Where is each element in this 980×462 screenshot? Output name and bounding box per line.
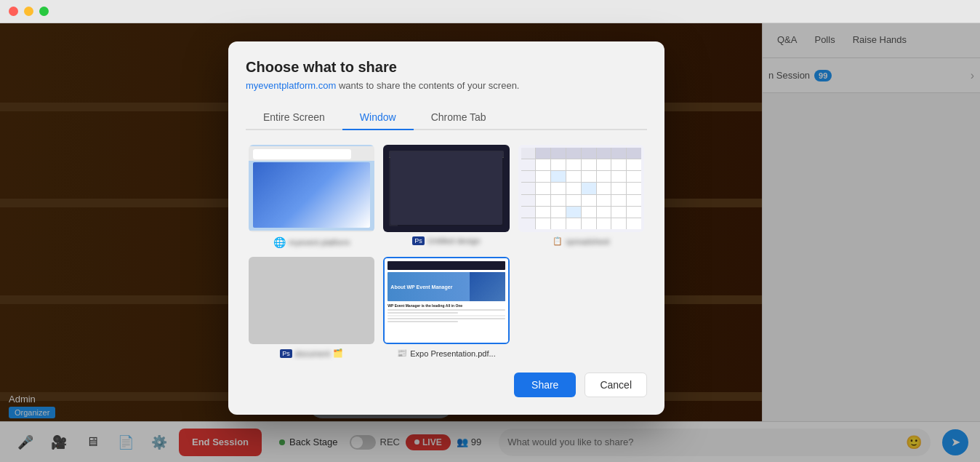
cancel-button[interactable]: Cancel (585, 373, 647, 397)
window-preview-2[interactable] (383, 145, 509, 232)
pdf-icon: 📰 (397, 349, 407, 358)
window-title-3: spreadsheet (566, 237, 610, 246)
window-preview-4[interactable] (249, 257, 374, 344)
pdf-preview-content: About WP Event Manager WP Event Manager … (385, 258, 507, 343)
pdf-blue-bar: About WP Event Manager (387, 272, 505, 301)
window-preview-5[interactable]: About WP Event Manager WP Event Manager … (383, 257, 509, 344)
window-label-3: 📋 spreadsheet (553, 236, 610, 246)
pdf-header (387, 261, 505, 270)
tab-chrome-tab[interactable]: Chrome Tab (414, 105, 504, 130)
modal-footer: Share Cancel (246, 373, 647, 397)
ps-icon: Ps (412, 236, 425, 245)
tab-window[interactable]: Window (342, 105, 414, 130)
window-item-5[interactable]: About WP Event Manager WP Event Manager … (383, 257, 509, 358)
window-title-1: myevent platform (289, 238, 350, 247)
close-button[interactable] (9, 7, 18, 16)
window-item-4[interactable]: Ps document 🗂️ (249, 257, 374, 358)
window-item-3[interactable]: 📋 spreadsheet (518, 145, 644, 248)
modal-subtitle-text: wants to share the contents of your scre… (339, 80, 520, 91)
window-label-1: 🌐 myevent platform (273, 236, 350, 248)
modal-title: Choose what to share (246, 59, 647, 76)
window-label-4: Ps document 🗂️ (280, 349, 343, 358)
pdf-line-3 (387, 318, 505, 319)
modal-overlay[interactable]: Choose what to share myeventplatform.com… (0, 23, 980, 462)
screen-share-modal: Choose what to share myeventplatform.com… (228, 41, 664, 415)
window-title-2: Untitled design (427, 236, 481, 245)
ps-icon-2: Ps (280, 349, 292, 358)
thumbnails-grid: 🌐 myevent platform (246, 142, 647, 361)
modal-tabs: Entire Screen Window Chrome Tab (246, 105, 647, 130)
tab-entire-screen[interactable]: Entire Screen (246, 105, 342, 130)
modal-subtitle-link[interactable]: myeventplatform.com (246, 80, 336, 91)
share-button[interactable]: Share (514, 373, 576, 397)
file-icon: 📋 (553, 236, 563, 246)
window-label-2: Ps Untitled design (412, 236, 480, 245)
pdf-line-1 (387, 309, 505, 311)
maximize-button[interactable] (39, 7, 49, 16)
pdf-thumb-title: WP Event Manager is the leading All in O… (387, 303, 505, 308)
app-container: Admin Organizer Q&A Polls Raise Hands n … (0, 23, 980, 462)
title-bar (0, 0, 980, 23)
window-item-1[interactable]: 🌐 myevent platform (249, 145, 374, 248)
window-preview-3[interactable] (518, 145, 644, 232)
file-icon-2: 🗂️ (333, 349, 343, 358)
window-title-5: Expo Presentation.pdf... (410, 349, 495, 358)
minimize-button[interactable] (24, 7, 33, 16)
window-item-2[interactable]: Ps Untitled design (383, 145, 509, 248)
window-preview-1[interactable] (249, 145, 374, 232)
chrome-icon: 🌐 (273, 236, 286, 248)
window-label-5: 📰 Expo Presentation.pdf... (397, 349, 495, 358)
window-title-4: document (295, 349, 330, 358)
modal-subtitle: myeventplatform.com wants to share the c… (246, 80, 647, 91)
pdf-line-2 (387, 312, 458, 314)
pdf-line-4 (387, 321, 458, 322)
